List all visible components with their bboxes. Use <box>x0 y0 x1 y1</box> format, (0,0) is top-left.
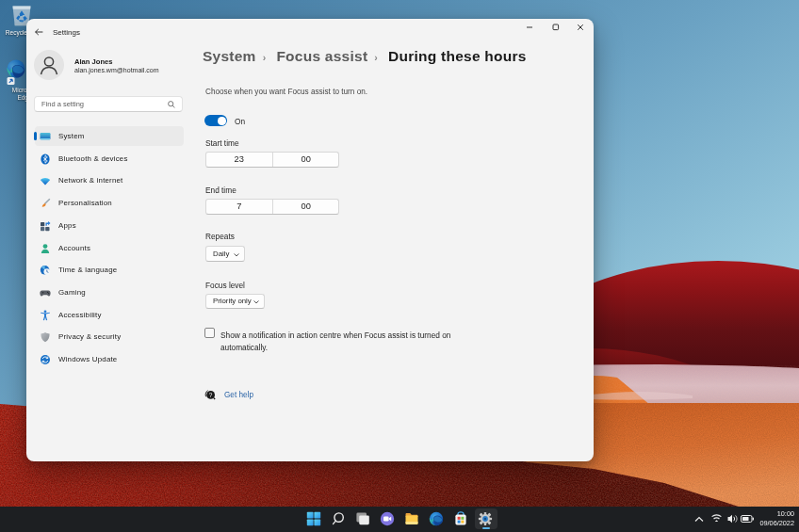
svg-text:?: ? <box>209 392 213 398</box>
